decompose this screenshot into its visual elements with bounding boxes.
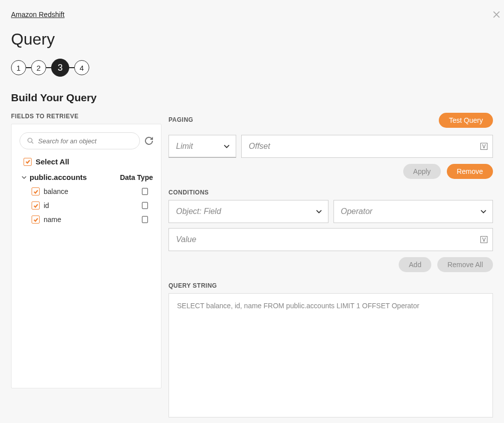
select-all-label: Select All: [36, 157, 69, 166]
data-type-header: Data Type: [120, 173, 153, 181]
field-row: id: [20, 201, 153, 209]
step-connector: [26, 67, 31, 68]
field-name: id: [44, 201, 49, 209]
close-icon[interactable]: [493, 11, 500, 18]
breadcrumb[interactable]: Amazon Redshift: [11, 11, 65, 19]
operator-placeholder: Operator: [341, 207, 373, 216]
step-1[interactable]: 1: [11, 60, 26, 75]
step-3[interactable]: 3: [51, 59, 69, 77]
value-placeholder: Value: [176, 235, 196, 244]
search-input[interactable]: [38, 137, 132, 145]
field-checkbox-balance[interactable]: [32, 187, 40, 195]
page-title: Query: [11, 30, 493, 49]
section-title: Build Your Query: [11, 92, 493, 104]
add-button[interactable]: Add: [399, 257, 431, 272]
remove-button[interactable]: Remove: [447, 164, 493, 179]
value-input[interactable]: Value V: [169, 228, 493, 251]
limit-dropdown[interactable]: Limit: [169, 135, 236, 158]
type-icon: [142, 188, 148, 195]
fields-label: Fields to Retrieve: [11, 113, 161, 120]
type-icon: [142, 202, 148, 209]
paging-label: Paging: [169, 116, 193, 123]
remove-all-button[interactable]: Remove All: [437, 257, 493, 272]
test-query-button[interactable]: Test Query: [439, 113, 493, 128]
search-icon: [27, 137, 34, 144]
field-name: balance: [44, 187, 68, 195]
query-string-label: Query String: [169, 282, 493, 289]
chevron-down-icon: [22, 175, 27, 180]
fields-panel: Select All public.accounts Data Type bal…: [11, 124, 161, 388]
check-icon: [33, 203, 39, 208]
check-icon: [33, 217, 39, 223]
stepper: 1 2 3 4: [11, 59, 493, 77]
conditions-label: Conditions: [169, 189, 493, 196]
query-string-box[interactable]: SELECT balance, id, name FROM public.acc…: [169, 293, 493, 417]
object-field-dropdown[interactable]: Object: Field: [169, 200, 328, 223]
limit-placeholder: Limit: [176, 142, 193, 151]
chevron-down-icon: [316, 208, 322, 215]
operator-dropdown[interactable]: Operator: [333, 200, 493, 223]
select-all-checkbox[interactable]: [24, 158, 32, 166]
field-checkbox-name[interactable]: [32, 216, 40, 224]
apply-button[interactable]: Apply: [403, 164, 441, 179]
offset-input[interactable]: Offset V: [241, 135, 493, 158]
step-connector: [46, 67, 51, 68]
step-4[interactable]: 4: [74, 60, 89, 75]
chevron-down-icon: [224, 143, 230, 149]
type-icon: [142, 216, 148, 223]
table-toggle[interactable]: public.accounts: [22, 173, 87, 181]
refresh-icon[interactable]: [145, 137, 153, 145]
variable-icon[interactable]: V: [480, 143, 487, 150]
check-icon: [33, 189, 39, 194]
field-row: balance: [20, 187, 153, 195]
step-2[interactable]: 2: [31, 60, 46, 75]
field-checkbox-id[interactable]: [32, 201, 40, 209]
table-name: public.accounts: [30, 173, 87, 181]
search-box[interactable]: [20, 132, 140, 149]
variable-icon[interactable]: V: [480, 236, 487, 243]
check-icon: [25, 159, 31, 164]
field-name: name: [44, 216, 61, 224]
object-field-placeholder: Object: Field: [176, 207, 221, 216]
offset-placeholder: Offset: [249, 142, 270, 151]
step-connector: [69, 67, 74, 68]
chevron-down-icon: [480, 208, 486, 215]
field-row: name: [20, 216, 153, 224]
